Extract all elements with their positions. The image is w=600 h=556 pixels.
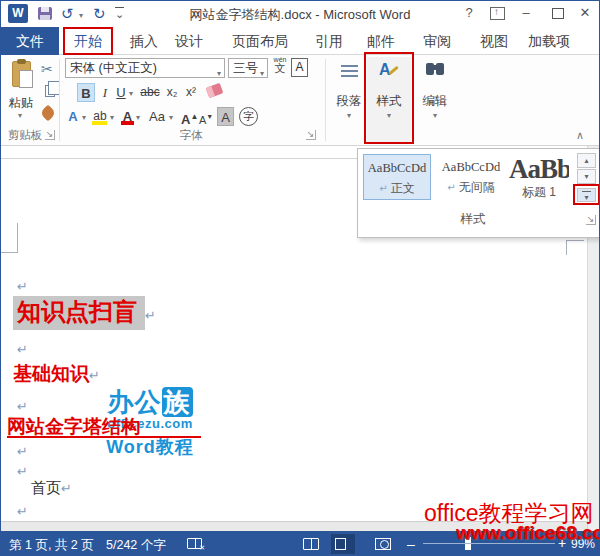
close-button[interactable]: ✕ — [575, 5, 595, 20]
watermark-brand-text: 办公 — [108, 387, 162, 417]
subscript-button[interactable]: x₂ — [163, 83, 181, 102]
pilcrow-icon: ↵ — [145, 308, 156, 323]
pilcrow-icon: ↵ — [447, 182, 455, 193]
annotation-redbox-styles — [364, 52, 414, 144]
bold-button[interactable]: B — [77, 83, 95, 102]
character-shading-button[interactable]: A — [217, 107, 234, 126]
paste-label: 粘贴 — [5, 95, 37, 112]
font-size-dropdown-icon[interactable]: ▾ — [260, 65, 264, 83]
phonetic-guide-icon[interactable]: wén 文 — [272, 56, 288, 74]
gallery-scroll-down-button[interactable]: ▾ — [577, 169, 596, 184]
shrink-font-button[interactable]: A▼ — [199, 107, 213, 126]
editing-group-label: 编辑 — [413, 93, 457, 110]
tab-file[interactable]: 文件 — [1, 27, 59, 55]
read-mode-icon[interactable] — [303, 538, 319, 550]
paste-dropdown-icon[interactable]: ▾ — [18, 111, 22, 120]
font-dialog-launcher-icon[interactable]: ↘ — [306, 130, 316, 140]
font-name-value: 宋体 (中文正文) — [70, 61, 157, 75]
ribbon-home: 粘贴 ▾ ✂ 剪贴板 ↘ 宋体 (中文正文) ▾ 三号 ▾ wén 文 A B … — [1, 55, 599, 146]
margin-crop-mark — [566, 240, 584, 241]
tab-page-layout[interactable]: 页面布局 — [219, 27, 301, 55]
ribbon-display-options-icon[interactable] — [490, 7, 505, 20]
minimize-button[interactable]: – — [516, 5, 536, 20]
title-bar: W ↺ ▾ ↻ ⌄ 网站金字塔结构.docx - Microsoft Word … — [1, 1, 599, 27]
binoculars-icon — [426, 63, 434, 75]
highlight-color-bar — [92, 121, 107, 125]
grow-font-label: A — [181, 112, 190, 127]
paste-button[interactable]: 粘贴 ▾ — [5, 59, 37, 131]
pilcrow-icon: ↵ — [17, 342, 28, 357]
font-size-combobox[interactable]: 三号 ▾ — [228, 58, 268, 78]
style-label: ↵ 正文 — [364, 180, 430, 197]
grow-font-button[interactable]: A▲ — [181, 107, 197, 126]
tab-references[interactable]: 引用 — [304, 27, 354, 55]
group-separator — [325, 59, 326, 141]
paragraph-align-icon — [341, 65, 358, 67]
highlight-dropdown-icon[interactable]: ▾ — [110, 113, 114, 122]
collapse-ribbon-icon[interactable]: ∧ — [576, 129, 584, 142]
pilcrow-icon: ↵ — [17, 504, 28, 519]
pilcrow-icon: ↵ — [379, 183, 387, 194]
tab-review[interactable]: 审阅 — [412, 27, 462, 55]
body-text[interactable]: 首页 — [31, 480, 61, 496]
text-highlight-button[interactable]: ab — [91, 107, 109, 126]
maximize-button[interactable] — [552, 8, 564, 19]
word-count[interactable]: 5/242 个字 — [106, 537, 166, 554]
styles-dialog-launcher-icon[interactable]: ↘ — [586, 215, 596, 225]
margin-crop-mark — [566, 240, 567, 255]
superscript-button[interactable]: x² — [182, 83, 200, 102]
gallery-scroll-up-button[interactable]: ▴ — [577, 153, 596, 168]
clear-formatting-icon[interactable] — [206, 83, 224, 98]
tab-insert[interactable]: 插入 — [119, 27, 169, 55]
clipboard-dialog-launcher-icon[interactable]: ↘ — [45, 130, 55, 140]
subheading-text[interactable]: 基础知识 — [13, 363, 89, 384]
underline-button[interactable]: U — [114, 83, 128, 102]
tab-home[interactable]: 开始 — [63, 27, 113, 55]
help-icon[interactable]: ? — [459, 5, 479, 20]
cut-icon[interactable]: ✂ — [41, 61, 53, 77]
underline-dropdown-icon[interactable]: ▾ — [129, 89, 133, 98]
font-name-dropdown-icon[interactable]: ▾ — [217, 65, 221, 83]
italic-button[interactable]: I — [99, 83, 111, 102]
clipboard-group-label: 剪贴板 — [3, 128, 47, 143]
format-painter-icon[interactable] — [40, 105, 57, 122]
style-label-text: 正文 — [391, 181, 415, 195]
tab-mailings[interactable]: 邮件 — [356, 27, 406, 55]
zoom-out-button[interactable]: – — [407, 536, 415, 552]
text-effects-button[interactable]: A — [65, 107, 81, 126]
strikethrough-button[interactable]: abc — [138, 83, 162, 102]
doc-subheading-line: 基础知识↵ — [13, 361, 100, 387]
editing-dropdown-icon: ▾ — [413, 111, 457, 120]
watermark-brand-boxed: 族 — [162, 387, 193, 417]
tab-design[interactable]: 设计 — [164, 27, 214, 55]
style-item-no-spacing[interactable]: AaBbCcDd ↵ 无间隔 — [437, 154, 505, 200]
font-name-combobox[interactable]: 宋体 (中文正文) ▾ — [65, 58, 225, 78]
change-case-dropdown-icon[interactable]: ▾ — [169, 113, 173, 122]
font-color-dropdown-icon[interactable]: ▾ — [136, 113, 140, 122]
tab-view[interactable]: 视图 — [469, 27, 519, 55]
highlighted-heading-text[interactable]: 知识点扫盲 — [13, 296, 145, 330]
pilcrow-icon: ↵ — [89, 368, 100, 383]
watermark-brand: 办公族 — [95, 389, 205, 415]
style-item-heading1[interactable]: AaBb 标题 1 — [509, 154, 569, 200]
web-layout-icon[interactable] — [375, 538, 391, 550]
style-label-text: 标题 1 — [522, 185, 556, 199]
page-indicator[interactable]: 第 1 页, 共 2 页 — [9, 537, 94, 554]
doc-body-line: 首页↵ — [31, 479, 72, 498]
spellcheck-icon[interactable] — [187, 538, 202, 549]
font-size-value: 三号 — [233, 61, 258, 75]
enclose-characters-button[interactable]: 字 — [239, 107, 258, 126]
window-title: 网站金字塔结构.docx - Microsoft Word — [1, 6, 599, 24]
change-case-button[interactable]: Aa — [146, 107, 168, 126]
character-border-icon[interactable]: A — [291, 58, 308, 77]
print-layout-button[interactable] — [331, 534, 355, 554]
font-color-button[interactable]: A — [120, 107, 135, 126]
style-preview: AaBbCcDd — [437, 160, 505, 175]
style-item-normal[interactable]: AaBbCcDd ↵ 正文 — [363, 154, 431, 200]
editing-group-button[interactable]: 编辑 ▾ — [413, 57, 457, 143]
annotation-redbox-more — [573, 184, 600, 205]
tab-addins[interactable]: 加载项 — [519, 27, 579, 55]
text-effects-dropdown-icon[interactable]: ▾ — [82, 113, 86, 122]
copy-icon[interactable] — [45, 85, 55, 97]
margin-crop-mark — [17, 223, 18, 252]
